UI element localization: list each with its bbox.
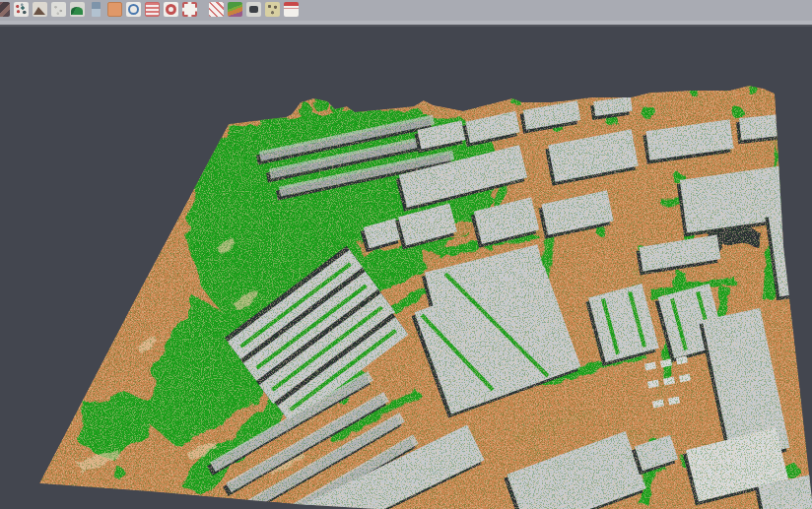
dark-mottled-icon[interactable] [0,2,10,17]
khaki-marks-icon[interactable] [265,2,280,17]
toolbar [0,0,812,27]
application-window: { "toolbar": { "background": "#a9abb3", … [0,0,812,509]
classification-palette-icon[interactable] [228,2,242,17]
viewport-3d[interactable] [0,27,812,509]
orange-square-icon[interactable] [107,2,122,17]
selection-corners-icon[interactable] [182,2,197,17]
green-terrain-icon[interactable] [70,2,85,17]
dark-binoculars-icon[interactable] [246,2,261,17]
scatter-points-icon[interactable] [14,2,29,17]
blue-orbit-icon[interactable] [126,2,141,17]
red-checker-icon[interactable] [209,2,224,17]
blue-column-icon[interactable] [92,2,101,17]
red-striped-icon[interactable] [284,2,299,17]
red-list-icon[interactable] [145,2,160,17]
brown-terrain-icon[interactable] [33,2,47,17]
faint-grid-icon[interactable] [51,2,66,17]
red-ring-icon[interactable] [164,2,178,17]
